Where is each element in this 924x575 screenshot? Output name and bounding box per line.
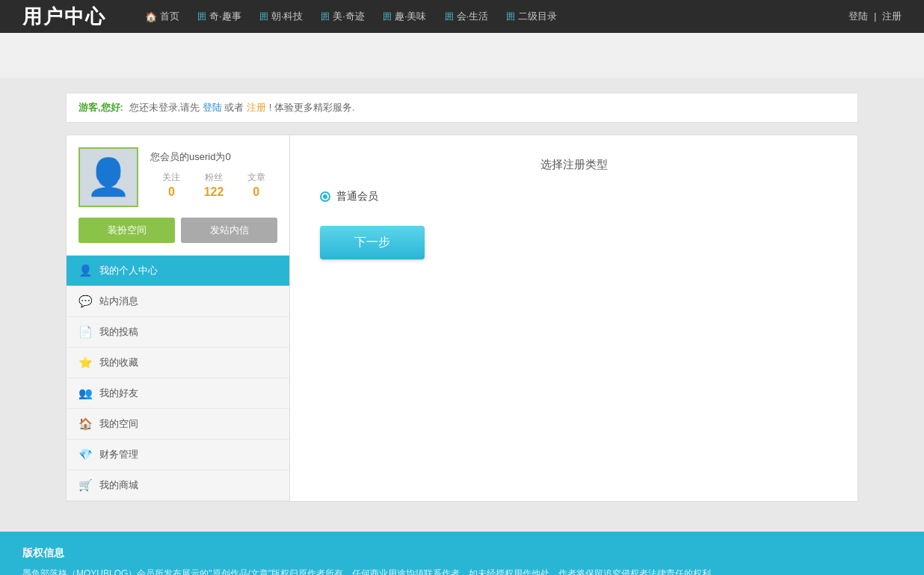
my-shop-icon: 🛒 — [78, 479, 92, 492]
site-messages-icon: 💬 — [78, 295, 92, 308]
avatar: 👤 — [78, 147, 138, 207]
stat-fans: 粉丝 122 — [193, 171, 235, 199]
stat-follow: 关注 0 — [150, 171, 193, 199]
finance-label: 财务管理 — [99, 448, 138, 461]
sidebar-menu: 👤 我的个人中心 💬 站内消息 📄 我的投稿 ⭐ 我的收藏 👥 我的 — [66, 256, 290, 502]
home-icon: 🏠 — [145, 11, 157, 22]
nav-second[interactable]: 囲 二级目录 — [497, 10, 566, 23]
profile-info: 您会员的userid为0 关注 0 粉丝 122 文章 — [150, 147, 277, 199]
nav-shenghuo[interactable]: 囲 会·生活 — [436, 10, 498, 23]
personal-center-label: 我的个人中心 — [99, 264, 158, 277]
site-title: 用户中心 — [22, 4, 106, 30]
stats-row: 关注 0 粉丝 122 文章 0 — [150, 171, 277, 199]
nav-icon-4: 囲 — [383, 10, 392, 23]
nav-icon-2: 囲 — [259, 10, 268, 23]
fans-label: 粉丝 — [193, 171, 235, 184]
footer-description: 墨鱼部落格（MOYUBLOG）会员所发布展示的"原创作品/文章"版权归原作者所有… — [22, 566, 902, 575]
nav-icon-5: 囲 — [445, 10, 454, 23]
decorate-space-button[interactable]: 装扮空间 — [78, 218, 175, 243]
my-favorites-label: 我的收藏 — [99, 356, 138, 369]
main-content: 游客,您好: 您还未登录,请先 登陆 或者 注册 ! 体验更多精彩服务. 👤 您… — [51, 78, 873, 532]
menu-item-my-space[interactable]: 🏠 我的空间 — [67, 409, 289, 440]
profile-top: 👤 您会员的userid为0 关注 0 粉丝 122 — [78, 147, 277, 207]
register-option: 普通会员 — [320, 190, 828, 203]
auth-separator: | — [874, 10, 876, 22]
guest-notice: 游客,您好: 您还未登录,请先 登陆 或者 注册 ! 体验更多精彩服务. — [66, 93, 858, 123]
nav-home[interactable]: 🏠 首页 — [136, 10, 188, 23]
login-link[interactable]: 登陆 — [848, 10, 868, 22]
right-panel: 选择注册类型 普通会员 下一步 — [290, 135, 858, 502]
my-space-label: 我的空间 — [99, 417, 138, 431]
radio-button[interactable] — [320, 191, 330, 202]
notice-login-link[interactable]: 登陆 — [203, 102, 222, 113]
send-message-button[interactable]: 发站内信 — [181, 218, 277, 243]
notice-suffix: ! 体验更多精彩服务. — [269, 102, 355, 113]
fans-value: 122 — [193, 185, 235, 199]
nav-icon-6: 囲 — [506, 10, 515, 23]
personal-center-icon: 👤 — [78, 264, 92, 277]
main-nav: 🏠 首页 囲 奇·趣事 囲 朝·科技 囲 美·奇迹 囲 趣·美味 囲 会·生活 … — [136, 10, 848, 23]
my-friends-icon: 👥 — [78, 387, 92, 400]
guest-prefix: 游客,您好: — [78, 102, 123, 113]
nav-icon-1: 囲 — [197, 10, 206, 23]
nav-meiji[interactable]: 囲 美·奇迹 — [312, 10, 374, 23]
my-friends-label: 我的好友 — [99, 387, 138, 400]
user-id-label: 您会员的userid为0 — [150, 150, 277, 164]
nav-keji[interactable]: 囲 朝·科技 — [250, 10, 312, 23]
stat-article: 文章 0 — [235, 171, 277, 199]
site-messages-label: 站内消息 — [99, 295, 138, 308]
menu-item-my-friends[interactable]: 👥 我的好友 — [67, 378, 289, 409]
menu-item-site-messages[interactable]: 💬 站内消息 — [67, 286, 289, 317]
register-panel-title: 选择注册类型 — [320, 158, 828, 172]
my-posts-icon: 📄 — [78, 325, 92, 339]
content-area: 👤 您会员的userid为0 关注 0 粉丝 122 — [66, 135, 858, 502]
menu-item-my-favorites[interactable]: ⭐ 我的收藏 — [67, 348, 289, 378]
register-link[interactable]: 注册 — [882, 10, 902, 22]
finance-icon: 💎 — [78, 448, 92, 461]
nav-icon-3: 囲 — [321, 10, 330, 23]
menu-item-personal-center[interactable]: 👤 我的个人中心 — [67, 256, 289, 286]
follow-value: 0 — [150, 185, 193, 199]
menu-item-finance[interactable]: 💎 财务管理 — [67, 440, 289, 470]
next-step-button[interactable]: 下一步 — [320, 226, 425, 259]
auth-links: 登陆 | 注册 — [848, 10, 902, 23]
notice-middle: 或者 — [224, 102, 247, 113]
header: 用户中心 🏠 首页 囲 奇·趣事 囲 朝·科技 囲 美·奇迹 囲 趣·美味 囲 … — [0, 0, 924, 33]
option-label: 普通会员 — [336, 190, 378, 203]
profile-actions: 装扮空间 发站内信 — [78, 218, 277, 243]
sub-header — [0, 33, 924, 78]
menu-item-my-posts[interactable]: 📄 我的投稿 — [67, 317, 289, 348]
follow-label: 关注 — [150, 171, 193, 184]
article-label: 文章 — [235, 171, 277, 184]
nav-mewei[interactable]: 囲 趣·美味 — [374, 10, 436, 23]
menu-item-my-shop[interactable]: 🛒 我的商城 — [67, 470, 289, 501]
my-space-icon: 🏠 — [78, 417, 92, 431]
guest-message: 您还未登录,请先 — [129, 102, 200, 113]
footer: 版权信息 墨鱼部落格（MOYUBLOG）会员所发布展示的"原创作品/文章"版权归… — [0, 532, 924, 575]
my-shop-label: 我的商城 — [99, 479, 138, 492]
article-value: 0 — [235, 185, 277, 199]
profile-card: 👤 您会员的userid为0 关注 0 粉丝 122 — [66, 135, 290, 256]
nav-qushi[interactable]: 囲 奇·趣事 — [188, 10, 250, 23]
my-favorites-icon: ⭐ — [78, 356, 92, 369]
footer-title: 版权信息 — [22, 547, 902, 560]
notice-register-link[interactable]: 注册 — [247, 102, 266, 113]
sidebar: 👤 您会员的userid为0 关注 0 粉丝 122 — [66, 135, 290, 502]
avatar-icon: 👤 — [86, 156, 131, 198]
my-posts-label: 我的投稿 — [99, 325, 138, 339]
